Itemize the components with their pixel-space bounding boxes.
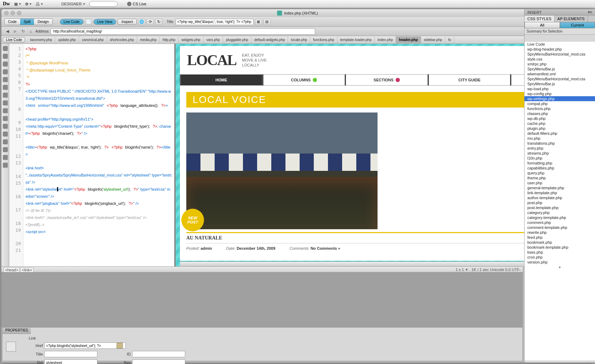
- title-prop-input[interactable]: [44, 351, 97, 357]
- title-input[interactable]: [176, 19, 254, 25]
- related-file-tab[interactable]: functions.php: [310, 36, 338, 43]
- split-view-button[interactable]: Split: [20, 19, 34, 25]
- home-icon[interactable]: ⌂: [28, 29, 34, 34]
- css-file-item[interactable]: style.css: [525, 57, 595, 62]
- related-file-tab[interactable]: pluggable.php: [223, 36, 251, 43]
- css-file-item[interactable]: category-template.php: [525, 215, 595, 220]
- live-view-button[interactable]: Live View: [94, 19, 117, 25]
- css-file-item[interactable]: SpryMenuBarHorizontal_mod.css: [525, 76, 595, 81]
- gutter-icon[interactable]: [3, 93, 8, 98]
- site-menu-icon[interactable]: 品▾: [36, 1, 43, 7]
- search-box[interactable]: [89, 1, 118, 7]
- related-file-tab[interactable]: shortcodes.php: [107, 36, 137, 43]
- nav-item[interactable]: SECTIONS: [346, 74, 428, 86]
- refresh-icon-2[interactable]: ↻: [155, 19, 162, 25]
- gutter-icon[interactable]: [3, 108, 8, 113]
- gutter-icon[interactable]: [3, 69, 8, 74]
- css-file-item[interactable]: kses.php: [525, 250, 595, 255]
- refresh-icon-1[interactable]: ⟳: [147, 19, 154, 25]
- css-file-item[interactable]: wp-db.php: [525, 116, 595, 121]
- css-file-item[interactable]: version.php: [525, 260, 595, 265]
- code-view-button[interactable]: Code: [5, 19, 20, 25]
- css-file-item[interactable]: compat.php: [525, 101, 595, 106]
- gutter-icon[interactable]: [3, 100, 8, 105]
- extend-menu-icon[interactable]: ✿▾: [25, 2, 32, 6]
- gutter-icon[interactable]: [3, 54, 8, 59]
- more-files-chevron[interactable]: ▾: [525, 265, 595, 270]
- rel-input[interactable]: [44, 359, 97, 364]
- insert-panel-tab[interactable]: INSERT▾≡: [525, 9, 595, 16]
- gutter-icon[interactable]: [3, 139, 8, 144]
- nav-item[interactable]: HOME: [180, 74, 262, 86]
- css-file-item[interactable]: feed.php: [525, 235, 595, 240]
- nav-item[interactable]: CITY GUIDE: [429, 74, 511, 86]
- css-file-item[interactable]: wp-settings.php: [525, 96, 595, 101]
- related-file-tab[interactable]: widgets.php: [178, 36, 203, 43]
- css-file-item[interactable]: comment-template.php: [525, 225, 595, 230]
- inspect-button[interactable]: Inspect: [118, 19, 137, 25]
- related-file-tab[interactable]: canonical.php: [79, 36, 107, 43]
- related-file-tab[interactable]: sidebar.php: [421, 36, 446, 43]
- cslive-button[interactable]: CS Live: [127, 2, 147, 6]
- css-file-item[interactable]: classes.php: [525, 111, 595, 116]
- css-file-item[interactable]: wp-config.php: [525, 91, 595, 96]
- toolbar-icon-a[interactable]: ⊞: [255, 19, 262, 25]
- css-file-item[interactable]: formatting.php: [525, 161, 595, 166]
- css-file-item[interactable]: query.php: [525, 171, 595, 175]
- layout-menu-icon[interactable]: ▦▾: [14, 2, 21, 6]
- css-file-item[interactable]: theme.php: [525, 175, 595, 180]
- tag-selector-path[interactable]: <head><link>: [4, 268, 455, 272]
- related-file-tab[interactable]: media.php: [137, 36, 160, 43]
- globe-icon[interactable]: 🌐: [138, 19, 145, 25]
- properties-tab[interactable]: PROPERTIES: [2, 328, 31, 334]
- gutter-icon[interactable]: [3, 46, 8, 51]
- related-file-tab[interactable]: http.php: [160, 36, 178, 43]
- stop-button[interactable]: ↻: [20, 29, 26, 34]
- gutter-icon[interactable]: [3, 116, 8, 121]
- address-input[interactable]: [51, 28, 315, 35]
- css-file-item[interactable]: Live Code: [525, 42, 595, 47]
- css-file-item[interactable]: wlwmanifest.xml: [525, 71, 595, 76]
- css-file-item[interactable]: SpryMenuBar.js: [525, 81, 595, 86]
- code-editor[interactable]: <?php /** * @package WordPress * @subpac…: [23, 44, 174, 266]
- css-file-item[interactable]: l10n.php: [525, 156, 595, 161]
- maximize-button[interactable]: [17, 11, 21, 15]
- inspect-icon-1[interactable]: 📄: [85, 19, 92, 25]
- css-file-item[interactable]: mo.php: [525, 136, 595, 141]
- css-file-item[interactable]: post.php: [525, 200, 595, 205]
- code-view-pane[interactable]: 123456789101112131415161718192021 <?php …: [9, 44, 176, 266]
- css-file-item[interactable]: link-template.php: [525, 190, 595, 195]
- css-file-item[interactable]: translations.php: [525, 141, 595, 146]
- css-file-item[interactable]: cron.php: [525, 255, 595, 260]
- related-file-tab[interactable]: index.php: [375, 36, 396, 43]
- back-button[interactable]: ◀: [4, 29, 11, 34]
- css-file-item[interactable]: entry.php: [525, 146, 595, 151]
- css-file-item[interactable]: general-template.php: [525, 185, 595, 190]
- related-file-tab[interactable]: fo: [445, 36, 454, 43]
- gutter-icon[interactable]: [3, 163, 8, 168]
- href-input[interactable]: [44, 342, 126, 349]
- css-file-item[interactable]: bookmark-template.php: [525, 245, 595, 250]
- related-file-tab[interactable]: header.php: [396, 36, 421, 43]
- css-file-item[interactable]: wp-blog-header.php: [525, 47, 595, 52]
- css-file-item[interactable]: default-filters.php: [525, 131, 595, 136]
- live-code-button[interactable]: Live Code: [60, 19, 84, 25]
- live-code-related-button[interactable]: Live Code: [3, 37, 25, 42]
- related-file-tab[interactable]: locale.php: [288, 36, 310, 43]
- gutter-icon[interactable]: [3, 85, 8, 90]
- rev-input[interactable]: [132, 359, 185, 364]
- related-file-tab[interactable]: vars.php: [204, 36, 223, 43]
- current-button[interactable]: Current: [560, 22, 595, 28]
- css-file-item[interactable]: bookmark.php: [525, 240, 595, 245]
- minimize-button[interactable]: [11, 11, 15, 15]
- gutter-icon[interactable]: [3, 155, 8, 160]
- gutter-icon[interactable]: [3, 62, 8, 67]
- css-file-item[interactable]: rewrite.php: [525, 230, 595, 235]
- css-file-item[interactable]: user.php: [525, 180, 595, 185]
- close-button[interactable]: [4, 11, 8, 15]
- css-file-item[interactable]: author-template.php: [525, 195, 595, 200]
- browse-folder-icon[interactable]: [117, 343, 123, 348]
- gutter-icon[interactable]: [3, 147, 8, 152]
- forward-button[interactable]: ▶: [12, 29, 18, 34]
- css-file-item[interactable]: SpryMenuBarHorizontal_mod.css: [525, 52, 595, 57]
